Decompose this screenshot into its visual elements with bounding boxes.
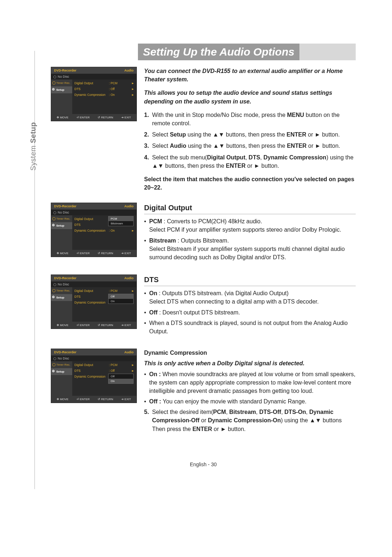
osd-v-pcm: : PCM <box>109 81 131 85</box>
osd-return: RETURN <box>101 116 113 119</box>
selection-note: Select the item that matches the audio c… <box>144 175 356 192</box>
osd-dropdown-dts: Off On <box>108 294 134 304</box>
page-title-tail <box>299 44 356 60</box>
move-icon: ✥ <box>57 116 59 119</box>
step-1-num: 1. <box>144 111 152 127</box>
page-footer: English - 30 <box>51 462 356 467</box>
intro-1: You can connect the DVD-R155 to an exter… <box>144 67 356 84</box>
digital-output-head: Digital Output <box>144 203 356 214</box>
osd-dropdown-dyn: Off On <box>108 374 134 384</box>
step-3-num: 3. <box>144 142 152 150</box>
side-tab-light: System <box>29 143 37 171</box>
osd-left-setup: Setup <box>51 86 72 93</box>
osd-move: MOVE <box>60 116 69 119</box>
osd-title: DVD-Recorder <box>54 69 77 72</box>
osd-screenshot-1: DVD-RecorderAudio No Disc Timer Rec. Set… <box>51 67 137 121</box>
osd-v-on: : On <box>109 93 131 97</box>
side-border <box>34 51 35 489</box>
osd-opt-off2: Off <box>109 374 133 379</box>
page-title: Setting Up the Audio Options <box>138 44 356 60</box>
side-tab: System Setup <box>29 122 37 171</box>
osd-v-off: : Off <box>109 87 131 91</box>
osd-nodisc: No Disc <box>51 74 136 80</box>
step-2-num: 2. <box>144 130 152 139</box>
osd-screenshot-2: DVD-RecorderAudio No Disc Timer Rec. Set… <box>51 203 137 257</box>
osd-opt-on: On <box>109 299 133 304</box>
osd-corner: Audio <box>124 69 134 72</box>
step-4-num: 4. <box>144 153 152 170</box>
step-5-num: 5. <box>144 408 152 433</box>
osd-k-dts: DTS <box>74 87 109 91</box>
osd-screenshot-4: DVD-RecorderAudio No Disc Timer Rec. Set… <box>51 349 137 403</box>
enter-icon: ⏎ <box>77 116 79 119</box>
osd-screenshot-3: DVD-RecorderAudio No Disc Timer Rec. Set… <box>51 275 137 329</box>
osd-dropdown-digital: PCM Bitstream <box>108 216 134 226</box>
arrow-icon: ► <box>131 88 134 91</box>
osd-exit: EXIT <box>124 116 131 119</box>
dts-head: DTS <box>144 275 356 286</box>
return-icon: ↺ <box>98 116 100 119</box>
osd-k-dyn: Dynamic Compression <box>74 93 109 97</box>
arrow-icon: ► <box>131 93 134 97</box>
osd-opt-off: Off <box>109 294 133 299</box>
side-tab-bold: Setup <box>29 122 37 143</box>
osd-opt-pcm: PCM <box>109 216 133 221</box>
intro-2: This allows you to setup the audio devic… <box>144 89 356 105</box>
exit-icon: ➜ <box>121 116 124 119</box>
dyn-head: Dynamic Compression <box>144 349 356 357</box>
osd-left-timer: Timer Rec. <box>51 80 72 86</box>
page-title-text: Setting Up the Audio Options <box>138 44 299 60</box>
osd-enter: ENTER <box>80 116 90 119</box>
osd-opt-on2: On <box>109 379 133 383</box>
arrow-icon: ► <box>131 82 134 85</box>
osd-opt-bitstream: Bitstream <box>109 221 133 226</box>
dyn-sub: This is only active when a Dolby Digital… <box>144 359 356 367</box>
osd-k-digital: Digital Output <box>74 81 109 85</box>
